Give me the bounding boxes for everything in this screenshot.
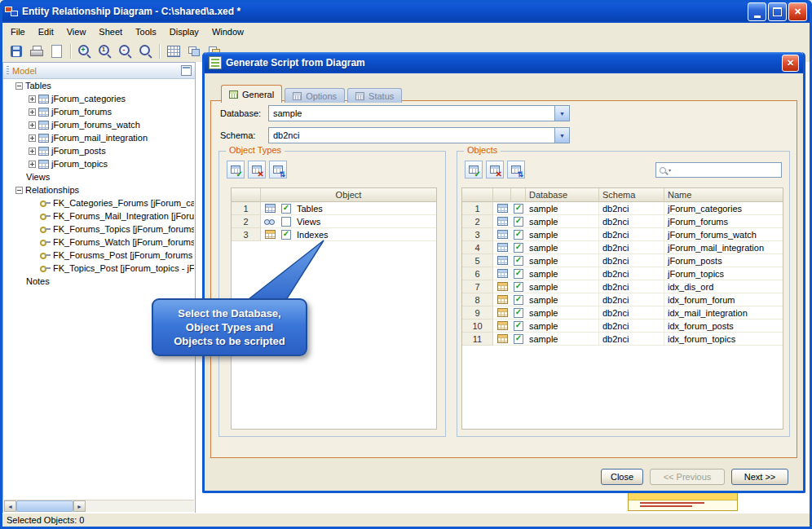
- object-row[interactable]: 3 sample db2nci jForum_forums_watch: [462, 228, 783, 241]
- chevron-down-icon[interactable]: ▼: [554, 106, 569, 121]
- tree-node-table[interactable]: jForum_forums: [4, 105, 194, 118]
- tree-node-table[interactable]: jForum_forums_watch: [4, 118, 194, 131]
- uncheck-all-button[interactable]: [248, 161, 266, 179]
- menu-display[interactable]: Display: [163, 25, 205, 38]
- row-checkbox[interactable]: [514, 230, 523, 240]
- tree-node-relationship[interactable]: FK_Forums_Mail_Integration [jForu: [4, 209, 194, 223]
- tab-general[interactable]: General: [221, 85, 282, 103]
- previous-button[interactable]: << Previous: [650, 469, 725, 485]
- grid-button[interactable]: [164, 42, 183, 60]
- dialog-title: Generate Script from Diagram: [226, 57, 365, 68]
- next-button[interactable]: Next >>: [731, 469, 788, 485]
- expand-icon[interactable]: [29, 108, 36, 116]
- tree-node-relationship[interactable]: FK_Forusms_Post [jForum_forums: [4, 249, 194, 262]
- expand-icon[interactable]: [29, 134, 36, 142]
- uncheck-all-button[interactable]: [486, 161, 504, 179]
- object-row[interactable]: 4 sample db2nci jForum_mail_integration: [462, 241, 783, 254]
- menu-sheet[interactable]: Sheet: [92, 25, 129, 38]
- zoom-100-button[interactable]: [95, 42, 114, 60]
- tree-node-views[interactable]: Views: [4, 170, 194, 183]
- scrollbar-thumb[interactable]: [16, 500, 73, 512]
- tree-node-relationship[interactable]: FK_Forums_Topics [jForum_forums: [4, 223, 194, 236]
- model-panel-header[interactable]: Model: [3, 63, 195, 79]
- row-checkbox[interactable]: [514, 217, 523, 227]
- menu-window[interactable]: Window: [205, 25, 250, 38]
- zoom-out-button[interactable]: [116, 42, 135, 60]
- search-options-chevron-icon[interactable]: ▾: [669, 167, 671, 173]
- check-all-button[interactable]: [465, 161, 483, 179]
- object-row[interactable]: 5 sample db2nci jForum_posts: [462, 254, 783, 267]
- expand-icon[interactable]: [29, 121, 36, 129]
- minimize-button[interactable]: [748, 2, 766, 21]
- database-combobox[interactable]: sample ▼: [268, 105, 570, 121]
- tree-node-table[interactable]: jForum_posts: [4, 144, 194, 157]
- object-row[interactable]: 2 sample db2nci jForum_forums: [462, 215, 783, 228]
- row-checkbox[interactable]: [281, 204, 291, 214]
- database-cell: sample: [526, 254, 599, 267]
- horizontal-scrollbar[interactable]: ◄ ►: [4, 500, 194, 512]
- tree-node-table[interactable]: jForum_categories: [4, 92, 194, 105]
- expand-icon[interactable]: [29, 161, 36, 168]
- menu-view[interactable]: View: [60, 25, 93, 38]
- maximize-button[interactable]: [768, 2, 787, 21]
- expand-icon[interactable]: [29, 95, 36, 103]
- tab-options[interactable]: Options: [285, 88, 345, 103]
- float-panel-button[interactable]: [181, 65, 192, 76]
- check-all-button[interactable]: [227, 161, 245, 179]
- row-checkbox[interactable]: [514, 295, 523, 305]
- save-button[interactable]: [7, 42, 25, 60]
- row-checkbox[interactable]: [514, 243, 523, 253]
- tree-node-notes[interactable]: Notes: [4, 275, 194, 288]
- collapse-icon[interactable]: [15, 187, 23, 194]
- row-checkbox[interactable]: [514, 334, 523, 344]
- object-type-row[interactable]: 2 Views: [232, 215, 436, 228]
- schema-combobox[interactable]: db2nci ▼: [268, 127, 570, 143]
- row-checkbox[interactable]: [514, 321, 523, 331]
- object-row[interactable]: 7 sample db2nci idx_dis_ord: [462, 280, 783, 293]
- zoom-fit-button[interactable]: [136, 42, 155, 60]
- row-checkbox[interactable]: [514, 256, 523, 266]
- object-row[interactable]: 8 sample db2nci idx_forum_forum: [462, 293, 783, 306]
- object-row[interactable]: 9 sample db2nci idx_mail_integration: [462, 306, 783, 320]
- dialog-titlebar[interactable]: Generate Script from Diagram ✕: [205, 52, 803, 73]
- collapse-icon[interactable]: [15, 82, 23, 90]
- page-button[interactable]: [47, 42, 66, 60]
- row-checkbox[interactable]: [281, 217, 291, 227]
- invert-selection-button[interactable]: [269, 161, 287, 179]
- tree-node-relationship[interactable]: FK_Forums_Watch [jForum_forums: [4, 236, 194, 249]
- name-cell: jForum_forums_watch: [664, 228, 783, 241]
- scroll-left-button[interactable]: ◄: [4, 500, 16, 512]
- menu-file[interactable]: File: [4, 25, 32, 38]
- objects-search-input[interactable]: [673, 162, 778, 178]
- row-checkbox[interactable]: [514, 204, 523, 214]
- tree-node-table[interactable]: jForum_mail_integration: [4, 131, 194, 144]
- close-dialog-button[interactable]: Close: [601, 469, 643, 485]
- object-row[interactable]: 1 sample db2nci jForum_categories: [462, 202, 783, 215]
- tree-node-tables[interactable]: Tables: [4, 79, 194, 92]
- titlebar[interactable]: Entity Relationship Diagram - C:\shared\…: [0, 0, 812, 23]
- close-button[interactable]: ✕: [788, 2, 807, 21]
- row-checkbox[interactable]: [514, 282, 523, 292]
- tree-node-table[interactable]: jForum_topics: [4, 157, 194, 170]
- menu-tools[interactable]: Tools: [129, 25, 163, 38]
- row-checkbox[interactable]: [514, 269, 523, 279]
- menu-edit[interactable]: Edit: [32, 25, 60, 38]
- expand-icon[interactable]: [29, 148, 36, 155]
- arrange-button[interactable]: [184, 42, 203, 60]
- dialog-close-button[interactable]: ✕: [782, 55, 799, 72]
- tab-status[interactable]: Status: [347, 88, 402, 103]
- tree-node-relationship[interactable]: FK_Categories_Forums [jForum_ca: [4, 196, 194, 209]
- object-type-row[interactable]: 1 Tables: [232, 202, 436, 215]
- object-row[interactable]: 11 sample db2nci idx_forum_topics: [462, 333, 783, 346]
- chevron-down-icon[interactable]: ▼: [554, 128, 569, 143]
- object-types-toolbar: [227, 161, 287, 179]
- zoom-in-button[interactable]: [75, 42, 94, 60]
- row-checkbox[interactable]: [514, 308, 523, 318]
- scroll-right-button[interactable]: ►: [73, 500, 86, 512]
- invert-selection-button[interactable]: [507, 161, 525, 179]
- tree-node-relationship[interactable]: FK_Topics_Post [jForum_topics - jF: [4, 262, 194, 275]
- tree-node-relationships[interactable]: Relationships: [4, 183, 194, 196]
- print-button[interactable]: [27, 42, 46, 60]
- object-row[interactable]: 6 sample db2nci jForum_topics: [462, 267, 783, 280]
- object-row[interactable]: 10 sample db2nci idx_forum_posts: [462, 320, 783, 333]
